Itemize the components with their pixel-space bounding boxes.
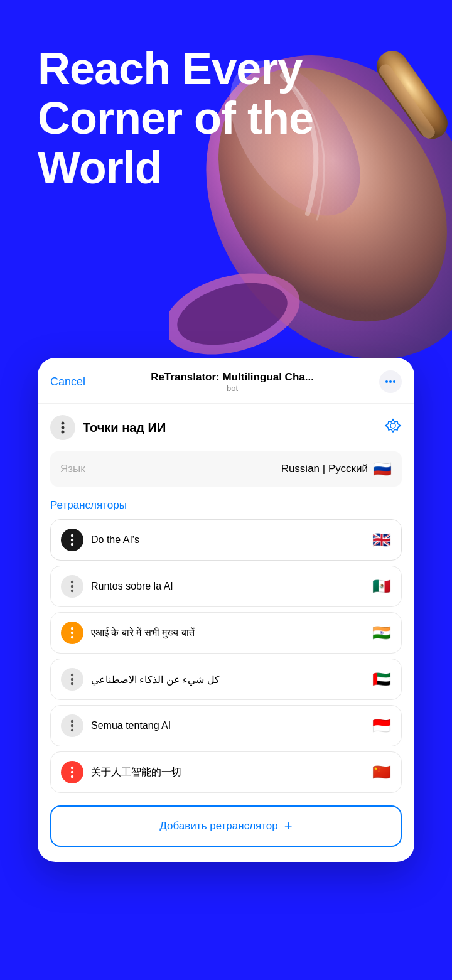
item-dots-5 bbox=[61, 761, 83, 783]
svg-point-31 bbox=[71, 771, 73, 773]
retranslator-text-5: 关于人工智能的一切 bbox=[91, 766, 181, 779]
svg-point-26 bbox=[71, 682, 73, 685]
cancel-button[interactable]: Cancel bbox=[50, 375, 85, 389]
add-plus-icon: + bbox=[284, 818, 293, 834]
svg-point-18 bbox=[71, 581, 73, 583]
retranslator-item-3[interactable]: كل شيء عن الذكاء الاصطناعي 🇦🇪 bbox=[50, 659, 402, 700]
bot-title: ReTranslator: Multilingual Cha... bbox=[92, 371, 373, 384]
svg-point-8 bbox=[389, 380, 392, 383]
svg-point-19 bbox=[71, 585, 73, 588]
topic-dots-icon bbox=[50, 415, 75, 440]
item-dots-2 bbox=[61, 622, 83, 644]
retranslator-flag-2: 🇮🇳 bbox=[372, 624, 391, 642]
retranslator-item-1[interactable]: Runtos sobre la AI 🇲🇽 bbox=[50, 566, 402, 607]
svg-point-10 bbox=[62, 422, 65, 425]
item-left-0: Do the AI's bbox=[61, 529, 139, 551]
card-header: Cancel ReTranslator: Multilingual Cha...… bbox=[38, 358, 414, 404]
retranslator-flag-3: 🇦🇪 bbox=[372, 670, 391, 688]
language-selector[interactable]: Язык Russian | Русский 🇷🇺 bbox=[50, 451, 402, 487]
svg-point-24 bbox=[71, 674, 73, 676]
add-retranslator-button[interactable]: Добавить ретранслятор + bbox=[50, 805, 402, 847]
add-button-label: Добавить ретранслятор bbox=[159, 820, 277, 832]
svg-point-14 bbox=[390, 423, 396, 428]
item-dots-1 bbox=[61, 575, 83, 598]
svg-point-22 bbox=[71, 632, 73, 634]
retranslators-section-label: Ретрансляторы bbox=[38, 499, 414, 519]
retranslator-flag-4: 🇮🇩 bbox=[372, 717, 391, 735]
item-dots-3 bbox=[61, 668, 83, 691]
topic-title: Точки над ИИ bbox=[83, 421, 166, 435]
svg-point-29 bbox=[71, 729, 73, 731]
svg-point-25 bbox=[71, 678, 73, 681]
svg-point-28 bbox=[71, 724, 73, 727]
svg-point-27 bbox=[71, 720, 73, 723]
svg-point-9 bbox=[393, 380, 396, 383]
retranslator-text-2: एआई के बारे में सभी मुख्य बातें bbox=[91, 627, 195, 638]
retranslator-text-3: كل شيء عن الذكاء الاصطناعي bbox=[91, 674, 220, 686]
svg-point-11 bbox=[62, 426, 65, 429]
retranslator-item-0[interactable]: Do the AI's 🇬🇧 bbox=[50, 519, 402, 561]
item-left-2: एआई के बारे में सभी मुख्य बातें bbox=[61, 622, 195, 644]
language-text: Russian | Русский bbox=[281, 463, 368, 475]
retranslator-item-4[interactable]: Semua tentang AI 🇮🇩 bbox=[50, 705, 402, 746]
retranslator-item-2[interactable]: एआई के बारे में सभी मुख्य बातें 🇮🇳 bbox=[50, 612, 402, 654]
language-value: Russian | Русский 🇷🇺 bbox=[281, 460, 392, 478]
retranslator-flag-5: 🇨🇳 bbox=[372, 763, 391, 781]
svg-point-12 bbox=[62, 431, 65, 434]
svg-point-16 bbox=[71, 539, 73, 541]
retranslator-text-4: Semua tentang AI bbox=[91, 720, 171, 731]
gear-icon[interactable] bbox=[384, 417, 402, 438]
svg-point-20 bbox=[71, 590, 73, 592]
retranslator-flag-0: 🇬🇧 bbox=[372, 531, 391, 549]
retranslator-item-5[interactable]: 关于人工智能的一切 🇨🇳 bbox=[50, 751, 402, 793]
item-left-3: كل شيء عن الذكاء الاصطناعي bbox=[61, 668, 220, 691]
more-button[interactable] bbox=[379, 370, 402, 393]
language-flag: 🇷🇺 bbox=[373, 460, 392, 478]
retranslator-text-1: Runtos sobre la AI bbox=[91, 581, 173, 592]
bot-subtitle: bot bbox=[92, 384, 373, 393]
item-left-1: Runtos sobre la AI bbox=[61, 575, 173, 598]
svg-point-21 bbox=[71, 627, 73, 630]
svg-point-30 bbox=[71, 767, 73, 769]
hero-title: Reach Every Corner of the World bbox=[38, 44, 313, 193]
svg-point-23 bbox=[71, 636, 73, 638]
language-placeholder: Язык bbox=[60, 463, 85, 475]
item-dots-0 bbox=[61, 529, 83, 551]
svg-point-7 bbox=[385, 380, 388, 383]
svg-point-32 bbox=[71, 775, 73, 778]
item-dots-4 bbox=[61, 714, 83, 737]
retranslator-text-0: Do the AI's bbox=[91, 534, 139, 546]
item-left-4: Semua tentang AI bbox=[61, 714, 171, 737]
svg-point-17 bbox=[71, 543, 73, 546]
svg-marker-13 bbox=[385, 419, 401, 432]
svg-point-15 bbox=[71, 534, 73, 537]
retranslator-flag-1: 🇲🇽 bbox=[372, 578, 391, 595]
item-left-5: 关于人工智能的一切 bbox=[61, 761, 181, 783]
retranslator-list: Do the AI's 🇬🇧 Runtos sobre la AI 🇲🇽 bbox=[38, 519, 414, 793]
main-card: Cancel ReTranslator: Multilingual Cha...… bbox=[38, 358, 414, 862]
header-center: ReTranslator: Multilingual Cha... bot bbox=[85, 371, 379, 393]
topic-row: Точки над ИИ bbox=[38, 404, 414, 451]
topic-left: Точки над ИИ bbox=[50, 415, 166, 440]
